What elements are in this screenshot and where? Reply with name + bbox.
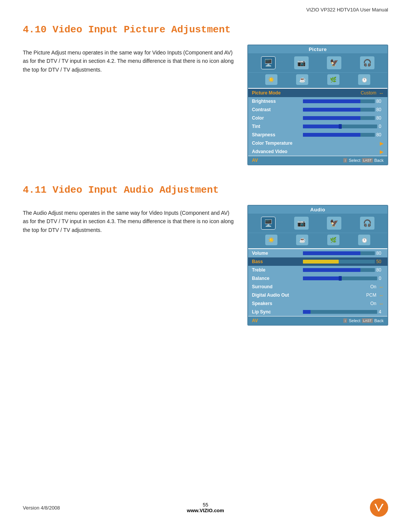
section1-title: 4.10 Video Input Picture Adjustment: [23, 24, 388, 35]
bass-fill: [303, 260, 339, 264]
advanced-video-label: Advanced Video: [252, 149, 301, 154]
lipsync-value: 4: [379, 309, 381, 315]
balance-fill: [303, 276, 340, 280]
bird-icon: 🦅: [327, 56, 341, 69]
contrast-fill: [303, 108, 360, 112]
picture-menu-screenshot: Picture 🖥️ 📷 🦅 🎧 ☀️ ☕ �: [247, 45, 388, 165]
section2-block: The Audio Adjust menu operates in the sa…: [23, 205, 388, 326]
sharpness-fill: [303, 133, 360, 137]
speakers-arrow: ↔: [379, 301, 384, 307]
color-row: Color 80: [248, 114, 387, 122]
version-text: Version 4/8/2008: [23, 505, 60, 511]
back-label: Back: [374, 158, 384, 163]
color-bar: [303, 116, 375, 120]
bass-value: 50: [376, 259, 381, 264]
tv-icon: 🖥️: [261, 56, 276, 69]
section2-title: 4.11 Video Input Audio Adjustment: [23, 184, 388, 196]
picture-mode-arrow: ↔: [379, 90, 384, 96]
manual-title: VIZIO VP322 HDTV10A User Manual: [306, 7, 388, 13]
camera-icon: 📷: [294, 56, 309, 69]
surround-arrow: ↔: [379, 284, 384, 290]
treble-bar: [303, 268, 375, 272]
section1-text: The Picture Adjust menu operates in the …: [23, 45, 236, 165]
audio-tv-icon: 🖥️: [261, 217, 276, 230]
icon-clock: ⏱️: [358, 74, 370, 85]
picture-menu-footer: AV ↕ Select LAST Back: [248, 156, 387, 165]
tint-label: Tint: [252, 124, 301, 129]
footer-center: 55 www.VIZIO.com: [187, 502, 224, 513]
page-footer: Version 4/8/2008 55 www.VIZIO.com: [0, 498, 411, 517]
bass-label: Bass: [252, 259, 301, 264]
contrast-row: Contrast 80: [248, 105, 387, 114]
volume-value: 80: [376, 251, 381, 256]
brightness-bar: [303, 99, 375, 103]
picture-mode-label: Picture Mode: [252, 90, 301, 96]
picture-menu-icons-bottom: ☀️ ☕ 🌿 ⏱️: [248, 73, 387, 89]
picture-mode-row: Picture Mode Custom ↔: [248, 89, 387, 97]
page-number: 55: [187, 502, 224, 508]
icon-cup: ☕: [296, 74, 308, 85]
brightness-label: Brightness: [252, 99, 301, 104]
digital-audio-arrow: ↔: [379, 292, 384, 298]
treble-value: 80: [376, 267, 381, 273]
audio-menu-screenshot: Audio 🖥️ 📷 🦅 🎧 ☀️ ☕ 🌿: [247, 205, 388, 326]
tint-bar: [303, 125, 377, 128]
speakers-value: On: [370, 301, 376, 306]
contrast-label: Contrast: [252, 107, 301, 112]
bass-bar: [303, 260, 375, 264]
lipsync-bar: [303, 310, 377, 314]
volume-bar: [303, 251, 375, 255]
vizio-logo: [370, 498, 388, 517]
lipsync-fill: [303, 310, 311, 314]
page-header: VIZIO VP322 HDTV10A User Manual: [0, 0, 411, 13]
icon-bird: 🦅: [327, 56, 341, 69]
digital-audio-row: Digital Audio Out PCM ↔: [248, 291, 387, 299]
audio-select-label: Select: [349, 318, 360, 323]
audio-menu-icons-top: 🖥️ 📷 🦅 🎧: [248, 214, 387, 233]
treble-fill: [303, 268, 360, 272]
tint-fill: [303, 125, 340, 128]
balance-row: Balance 0: [248, 274, 387, 283]
audio-menu-rows: Volume 80 Bass 50 Treble: [248, 249, 387, 316]
select-label: Select: [349, 158, 360, 163]
volume-label: Volume: [252, 251, 301, 256]
section1-block: The Picture Adjust menu operates in the …: [23, 45, 388, 165]
color-temp-arrow: ▶: [380, 141, 384, 146]
website-text: www.VIZIO.com: [187, 508, 224, 513]
treble-row: Treble 80: [248, 266, 387, 274]
tint-value: 0: [379, 124, 381, 129]
audio-menu-icons-bottom: ☀️ ☕ 🌿 ⏱️: [248, 233, 387, 249]
audio-icon-headphone: 🎧: [360, 217, 374, 230]
audio-nav-updown-icon: ↕: [343, 318, 347, 323]
picture-nav-controls: ↕ Select LAST Back: [343, 158, 384, 163]
sharpness-label: Sharpness: [252, 132, 301, 137]
audio-icon-sun: ☀️: [265, 235, 277, 245]
audio-menu-footer: AV ↕ Select LAST Back: [248, 316, 387, 325]
tint-row: Tint 0: [248, 122, 387, 131]
digital-audio-label: Digital Audio Out: [252, 292, 301, 298]
advanced-video-arrow: ▶: [380, 149, 384, 155]
vizio-v-icon: [373, 502, 385, 514]
audio-headphone-icon: 🎧: [360, 217, 374, 230]
audio-back-label: Back: [374, 318, 384, 323]
bass-row: Bass 50: [248, 257, 387, 266]
picture-menu-title: Picture: [248, 45, 387, 53]
contrast-value: 80: [376, 107, 381, 112]
audio-icon-clock: ⏱️: [358, 235, 370, 245]
picture-source-label: AV: [252, 158, 258, 163]
icon-sun: ☀️: [265, 74, 277, 85]
picture-mode-value: Custom: [361, 90, 376, 96]
brightness-value: 80: [376, 99, 381, 104]
audio-camera-icon: 📷: [294, 217, 309, 230]
balance-value: 0: [379, 276, 381, 281]
picture-menu-icons-top: 🖥️ 📷 🦅 🎧: [248, 53, 387, 73]
color-temp-row: Color Temperature ▶: [248, 139, 387, 147]
sharpness-bar: [303, 133, 375, 137]
surround-row: Surround On ↔: [248, 283, 387, 291]
balance-label: Balance: [252, 276, 301, 281]
nav-updown-icon: ↕: [343, 158, 347, 163]
brightness-row: Brightness 80: [248, 97, 387, 105]
icon-camera: 📷: [294, 56, 309, 69]
nav-last-icon: LAST: [362, 158, 373, 163]
surround-label: Surround: [252, 284, 301, 289]
